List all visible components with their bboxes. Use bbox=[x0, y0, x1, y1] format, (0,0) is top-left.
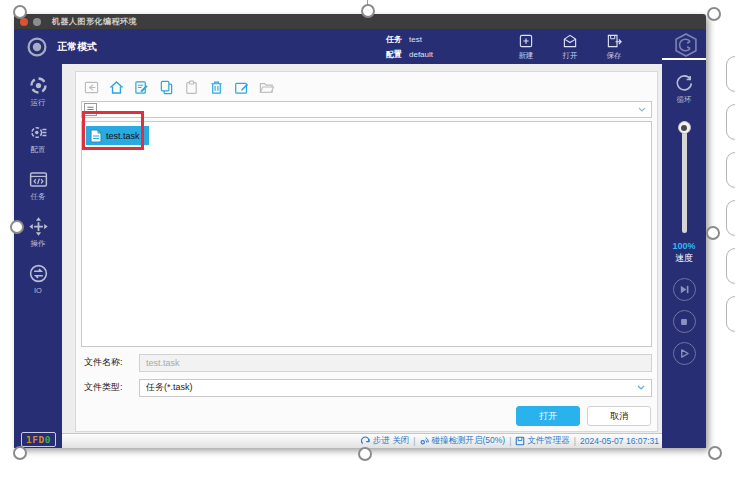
filename-input[interactable] bbox=[139, 354, 652, 372]
selection-handle-left-middle[interactable] bbox=[10, 220, 24, 234]
filetype-select[interactable]: 任务(*.task) bbox=[139, 379, 652, 397]
speed-label: 速度 bbox=[675, 252, 693, 265]
play-icon bbox=[679, 348, 690, 359]
header-actions: 新建 打开 保存 bbox=[510, 32, 630, 61]
hint-badge: 1FD0 bbox=[21, 432, 56, 447]
clock-timestamp: 2024-05-07 16:07:31 bbox=[580, 436, 659, 446]
collision-status: 碰撞检测开启(50%) bbox=[419, 435, 505, 447]
back-button[interactable] bbox=[83, 79, 100, 96]
step-forward-button[interactable] bbox=[673, 278, 696, 301]
copy-button[interactable] bbox=[158, 79, 175, 96]
status-separator: | bbox=[574, 436, 576, 446]
step-status-text: 步进 关闭 bbox=[373, 435, 409, 447]
loop-button[interactable]: 循环 bbox=[674, 72, 695, 105]
file-manager-icon bbox=[515, 436, 525, 446]
selection-handle-top-center[interactable] bbox=[361, 4, 375, 18]
left-nav-sidebar: 运行 配置 任务 bbox=[14, 64, 62, 448]
home-button[interactable] bbox=[108, 79, 125, 96]
back-icon bbox=[84, 80, 99, 95]
mode-record-icon bbox=[26, 36, 48, 58]
loop-icon bbox=[674, 72, 695, 93]
file-open-dialog: test.task 文件名称: 文件类型: 任务(*.task bbox=[75, 71, 658, 432]
file-manager-status[interactable]: 文件管理器 bbox=[515, 435, 570, 447]
folder-open-icon bbox=[259, 80, 274, 95]
run-icon bbox=[28, 75, 49, 96]
save-label: 保存 bbox=[607, 51, 622, 61]
new-icon bbox=[517, 32, 535, 50]
skip-forward-icon bbox=[679, 284, 690, 295]
open-folder-button[interactable] bbox=[258, 79, 275, 96]
paste-button[interactable] bbox=[183, 79, 200, 96]
app-window: 机器人图形化编程环境 正常模式 任务 test 配置 default bbox=[14, 14, 706, 448]
config-key: 配置 bbox=[386, 49, 402, 60]
sidebar-item-io[interactable]: IO bbox=[28, 263, 49, 295]
loop-label: 循环 bbox=[677, 95, 692, 105]
background-button-fragment bbox=[726, 200, 735, 236]
step-status: 步进 关闭 bbox=[361, 435, 409, 447]
cancel-button[interactable]: 取消 bbox=[587, 406, 651, 426]
task-label: 任务 bbox=[31, 192, 46, 202]
selection-handle-bottom-left[interactable] bbox=[13, 446, 27, 460]
chevron-down-icon bbox=[637, 385, 645, 390]
selection-handle-top-left[interactable] bbox=[13, 5, 27, 19]
run-label: 运行 bbox=[31, 98, 46, 108]
filename-label: 文件名称: bbox=[81, 356, 139, 369]
settings-gear-icon bbox=[28, 122, 49, 143]
config-label: 配置 bbox=[31, 145, 46, 155]
io-label: IO bbox=[34, 286, 42, 295]
path-dropdown[interactable] bbox=[81, 101, 652, 118]
filetype-row: 文件类型: 任务(*.task) bbox=[81, 378, 652, 397]
annotation-highlight-box bbox=[82, 111, 144, 150]
open-button[interactable]: 打开 bbox=[516, 406, 580, 426]
jog-label: 操作 bbox=[31, 239, 46, 249]
sidebar-item-run[interactable]: 运行 bbox=[28, 75, 49, 108]
task-code-icon bbox=[28, 169, 49, 190]
stop-icon bbox=[679, 317, 689, 327]
file-manager-text: 文件管理器 bbox=[527, 435, 570, 447]
titlebar: 机器人图形化编程环境 bbox=[14, 14, 706, 29]
new-file-button[interactable] bbox=[133, 79, 150, 96]
delete-button[interactable] bbox=[208, 79, 225, 96]
jog-arrows-icon bbox=[28, 216, 49, 237]
speed-slider[interactable] bbox=[678, 121, 691, 233]
paste-icon bbox=[184, 80, 199, 95]
copy-icon bbox=[159, 80, 174, 95]
open-label: 打开 bbox=[563, 51, 578, 61]
brand-cube-logo-icon bbox=[672, 31, 700, 59]
collision-icon bbox=[419, 436, 429, 446]
new-task-button[interactable]: 新建 bbox=[510, 32, 542, 61]
background-button-fragment bbox=[726, 296, 735, 332]
task-key: 任务 bbox=[386, 34, 402, 45]
selection-handle-top-right[interactable] bbox=[707, 7, 721, 21]
sidebar-item-config[interactable]: 配置 bbox=[28, 122, 49, 155]
save-task-button[interactable]: 保存 bbox=[598, 32, 630, 61]
stop-button[interactable] bbox=[673, 310, 696, 333]
edit-icon bbox=[234, 80, 249, 95]
selection-handle-bottom-center[interactable] bbox=[358, 447, 372, 461]
play-button[interactable] bbox=[673, 342, 696, 365]
background-button-fragment bbox=[726, 56, 735, 92]
selection-handle-right-middle[interactable] bbox=[706, 226, 720, 240]
open-icon bbox=[561, 32, 579, 50]
speed-slider-knob[interactable] bbox=[678, 121, 691, 134]
file-list[interactable]: test.task bbox=[81, 121, 652, 347]
chevron-down-icon bbox=[638, 107, 646, 112]
sidebar-item-jog[interactable]: 操作 bbox=[28, 216, 49, 249]
dialog-buttons: 打开 取消 bbox=[81, 406, 651, 426]
rename-button[interactable] bbox=[233, 79, 250, 96]
minimize-window-icon[interactable] bbox=[33, 18, 41, 26]
io-swap-icon bbox=[28, 263, 49, 284]
sidebar-item-task[interactable]: 任务 bbox=[28, 169, 49, 202]
background-button-fragment bbox=[726, 248, 735, 284]
background-button-fragment bbox=[726, 104, 735, 140]
filename-row: 文件名称: bbox=[81, 353, 652, 372]
main-area: test.task 文件名称: 文件类型: 任务(*.task bbox=[62, 64, 662, 433]
mode-label: 正常模式 bbox=[57, 40, 97, 54]
task-config-info: 任务 test 配置 default bbox=[386, 34, 433, 60]
step-icon bbox=[361, 436, 371, 446]
config-value: default bbox=[409, 50, 433, 59]
speed-slider-track[interactable] bbox=[682, 121, 687, 233]
hint-badge-orange: 1FD bbox=[26, 434, 45, 445]
open-task-button[interactable]: 打开 bbox=[554, 32, 586, 61]
selection-handle-bottom-right[interactable] bbox=[708, 446, 722, 460]
